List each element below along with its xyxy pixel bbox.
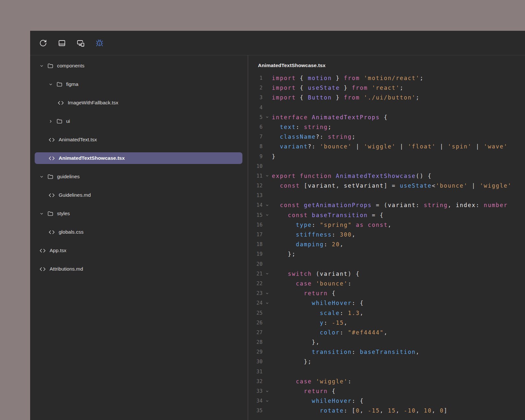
devices-button[interactable] [75,37,87,49]
fold-toggle-icon[interactable] [262,171,272,181]
chevron-down-icon[interactable] [49,82,53,87]
tree-item-label: ImageWithFallback.tsx [68,100,118,106]
fold-toggle-icon[interactable] [262,386,272,396]
line-number: 10 [248,161,262,171]
code-line: 21 switch (variant) { [248,269,525,279]
code-line: 28 }, [248,337,525,347]
code-text: const [variant, setVariant] = useState<'… [272,181,512,191]
code-text: export function AnimatedTextShowcase() { [272,171,432,181]
code-line: 33 return { [248,386,525,396]
reload-icon [39,39,47,47]
tree-item-guidelines[interactable]: guidelines [35,171,242,182]
open-file-name: AnimatedTextShowcase.tsx [248,55,525,71]
code-line: 26 y: -15, [248,318,525,328]
chevron-down-icon[interactable] [40,64,44,68]
code-text: case 'bounce': [272,279,352,288]
line-number: 21 [248,269,262,279]
code-line: 29 transition: baseTransition, [248,347,525,357]
code-file-icon [49,192,55,198]
code-text: y: -15, [272,318,348,328]
code-line: 12 const [variant, setVariant] = useStat… [248,181,525,191]
tree-item-app-tsx[interactable]: App.tsx [35,245,242,256]
tree-item-label: Guidelines.md [59,192,91,198]
code-file-icon [49,229,55,235]
line-number: 29 [248,347,262,357]
code-line: 7 className?: string; [248,132,525,142]
tree-item-guidelines-md[interactable]: Guidelines.md [35,189,242,201]
code-text: switch (variant) { [272,269,360,279]
code-file-icon [40,248,46,254]
line-number: 11 [248,171,262,181]
line-number: 14 [248,200,262,210]
code-line: 19 }; [248,249,525,259]
code-text: whileHover: { [272,298,364,308]
tree-item-imagewithfallback-tsx[interactable]: ImageWithFallback.tsx [35,97,242,109]
line-number: 35 [248,406,262,415]
fold-gutter [262,249,272,259]
editor-window: componentsfigmaImageWithFallback.tsxuiAn… [30,31,525,420]
code-line: 5interface AnimatedTextProps { [248,112,525,122]
fold-gutter [262,308,272,318]
code-text: case 'wiggle': [272,377,352,386]
tree-item-components[interactable]: components [35,60,242,72]
fold-toggle-icon[interactable] [262,210,272,220]
chevron-down-icon[interactable] [40,212,44,216]
code-text: color: "#ef4444", [272,328,388,337]
line-number: 28 [248,337,262,347]
code-text: interface AnimatedTextProps { [272,112,388,122]
main-content: componentsfigmaImageWithFallback.tsxuiAn… [30,55,525,420]
code-line: 3import { Button } from './ui/button'; [248,93,525,102]
fold-gutter [262,161,272,171]
line-number: 31 [248,367,262,377]
code-line: 25 scale: 1.3, [248,308,525,318]
line-number: 3 [248,93,262,102]
fold-gutter [262,377,272,386]
code-text: } [272,152,276,161]
bug-button[interactable] [94,37,105,49]
tree-item-animatedtext-tsx[interactable]: AnimatedText.tsx [35,134,242,146]
code-line: 11export function AnimatedTextShowcase()… [248,171,525,181]
code-text: }; [272,357,312,367]
code-text: import { motion } from 'motion/react'; [272,73,424,83]
code-text: return { [272,386,336,396]
code-line: 13 [248,191,525,200]
line-number: 33 [248,386,262,396]
tree-item-attributions-md[interactable]: Attributions.md [35,263,242,275]
file-tree: componentsfigmaImageWithFallback.tsxuiAn… [30,55,248,420]
fold-toggle-icon[interactable] [262,288,272,298]
fold-toggle-icon[interactable] [262,298,272,308]
line-number: 25 [248,308,262,318]
line-number: 32 [248,377,262,386]
line-number: 13 [248,191,262,200]
tree-item-label: Attributions.md [50,266,83,272]
tree-item-label: AnimatedText.tsx [59,137,97,143]
line-number: 26 [248,318,262,328]
fold-toggle-icon[interactable] [262,200,272,210]
tree-item-label: AnimatedTextShowcase.tsx [59,155,125,161]
line-number: 24 [248,298,262,308]
code-line: 6 text: string; [248,122,525,132]
devices-icon [77,39,85,47]
code-file-icon [49,155,55,161]
fold-toggle-icon[interactable] [262,396,272,406]
fold-gutter [262,152,272,161]
reload-button[interactable] [37,37,49,49]
tree-item-animatedtextshowcase-tsx[interactable]: AnimatedTextShowcase.tsx [35,152,242,164]
fold-gutter [262,357,272,367]
fold-toggle-icon[interactable] [262,269,272,279]
tree-item-globals-css[interactable]: globals.css [35,226,242,238]
code-file-icon [40,266,46,272]
chevron-down-icon[interactable] [40,175,44,179]
tree-item-ui[interactable]: ui [35,115,242,127]
fold-toggle-icon[interactable] [262,112,272,122]
code-area[interactable]: 1import { motion } from 'motion/react';2… [248,71,525,420]
bug-icon [96,39,103,47]
panel-bottom-button[interactable] [56,37,68,49]
fold-gutter [262,73,272,83]
tree-item-styles[interactable]: styles [35,208,242,219]
chevron-right-icon[interactable] [49,119,53,123]
tree-item-label: figma [66,81,78,87]
code-line: 35 rotate: [0, -15, 15, -10, 10, 0] [248,406,525,415]
code-line: 22 case 'bounce': [248,279,525,288]
tree-item-figma[interactable]: figma [35,78,242,90]
